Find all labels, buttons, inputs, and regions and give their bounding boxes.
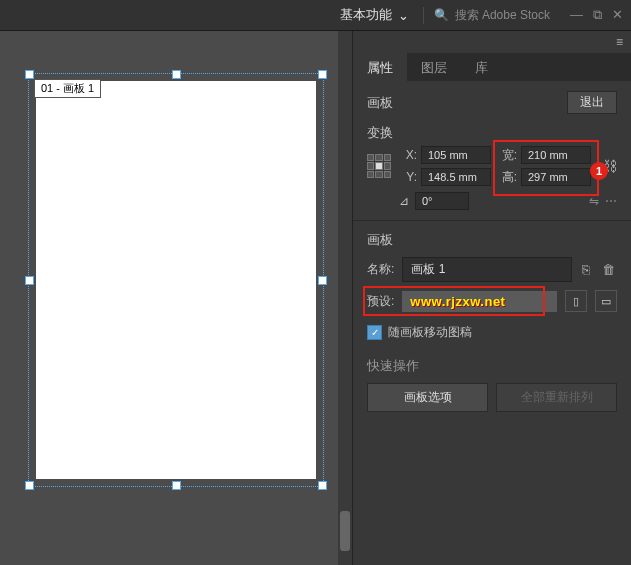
artboard-wrapper: 01 - 画板 1	[36, 81, 316, 479]
transform-block: X: 105 mm Y: 148.5 mm 1 宽:	[367, 146, 617, 210]
tab-layers[interactable]: 图层	[407, 53, 461, 81]
orientation-portrait-icon[interactable]: ▯	[565, 290, 587, 312]
search-stock[interactable]: 🔍 搜索 Adobe Stock	[423, 7, 550, 24]
section-artboard-title-2: 画板	[367, 231, 617, 249]
section-transform-title: 变换	[367, 124, 617, 142]
x-input[interactable]: 105 mm	[421, 146, 491, 164]
move-artwork-label: 随画板移动图稿	[388, 324, 472, 341]
artboard-header-row: 画板 退出	[367, 91, 617, 114]
separator	[353, 220, 631, 221]
artboard[interactable]: 01 - 画板 1	[36, 81, 316, 479]
link-wh-icon[interactable]: ⛓	[603, 158, 617, 174]
search-icon: 🔍	[434, 8, 449, 22]
artboard-name-input[interactable]: 画板 1	[402, 257, 572, 282]
y-label: Y:	[399, 170, 417, 184]
panel-menu-icon[interactable]: ≡	[353, 31, 631, 53]
resize-handle-l[interactable]	[25, 276, 34, 285]
resize-handle-tl[interactable]	[25, 70, 34, 79]
resize-handle-bl[interactable]	[25, 481, 34, 490]
reference-point-grid[interactable]	[367, 154, 391, 178]
orientation-landscape-icon[interactable]: ▭	[595, 290, 617, 312]
search-placeholder: 搜索 Adobe Stock	[455, 7, 550, 24]
workspace-label: 基本功能	[340, 6, 392, 24]
y-input[interactable]: 148.5 mm	[421, 168, 491, 186]
window-controls: — ⧉ ✕	[570, 7, 623, 23]
preset-label: 预设:	[367, 293, 394, 310]
section-artboard-title: 画板	[367, 94, 393, 112]
close-icon[interactable]: ✕	[612, 7, 623, 23]
move-artwork-checkbox[interactable]: ✓	[367, 325, 382, 340]
artboard-label[interactable]: 01 - 画板 1	[34, 79, 101, 98]
flip-h-icon[interactable]: ⇋	[589, 194, 599, 208]
scrollbar-thumb[interactable]	[340, 511, 350, 551]
tab-libraries[interactable]: 库	[461, 53, 502, 81]
h-label: 高:	[499, 169, 517, 186]
angle-icon: ⊿	[399, 194, 409, 208]
properties-panel: ≡ 属性 图层 库 画板 退出 变换	[352, 31, 631, 565]
name-row: 名称: 画板 1 ⎘ 🗑	[367, 257, 617, 282]
minimize-icon[interactable]: —	[570, 7, 583, 23]
delete-icon[interactable]: 🗑	[600, 260, 617, 279]
canvas-area[interactable]: 01 - 画板 1	[0, 31, 352, 565]
more-options-icon[interactable]: ⋯	[605, 194, 617, 208]
resize-handle-t[interactable]	[172, 70, 181, 79]
artboard-options-button[interactable]: 画板选项	[367, 383, 488, 412]
top-bar: 基本功能 ⌄ 🔍 搜索 Adobe Stock — ⧉ ✕	[0, 0, 631, 31]
resize-handle-tr[interactable]	[318, 70, 327, 79]
workspace-switcher[interactable]: 基本功能 ⌄	[336, 4, 413, 26]
quick-actions-row: 画板选项 全部重新排列	[367, 383, 617, 412]
chevron-down-icon: ⌄	[398, 8, 409, 23]
vertical-scrollbar[interactable]	[338, 31, 352, 565]
x-label: X:	[399, 148, 417, 162]
resize-handle-r[interactable]	[318, 276, 327, 285]
exit-button[interactable]: 退出	[567, 91, 617, 114]
angle-input[interactable]: 0°	[415, 192, 469, 210]
maximize-icon[interactable]: ⧉	[593, 7, 602, 23]
tab-properties[interactable]: 属性	[353, 53, 407, 81]
panel-tabs: 属性 图层 库	[353, 53, 631, 81]
transform-fields: X: 105 mm Y: 148.5 mm 1 宽:	[367, 146, 617, 186]
duplicate-icon[interactable]: ⎘	[580, 260, 592, 279]
panel-body: 画板 退出 变换 X: 105 mm	[353, 81, 631, 565]
resize-handle-br[interactable]	[318, 481, 327, 490]
move-artwork-row[interactable]: ✓ 随画板移动图稿	[367, 324, 617, 341]
resize-handle-b[interactable]	[172, 481, 181, 490]
quick-actions-title: 快速操作	[367, 357, 617, 375]
preset-dropdown[interactable]: www.rjzxw.net	[402, 291, 557, 312]
width-input[interactable]: 210 mm	[521, 146, 591, 164]
main: 01 - 画板 1 ≡ 属性 图层 库 画板	[0, 31, 631, 565]
name-label: 名称:	[367, 261, 394, 278]
preset-row: 预设: www.rjzxw.net ▯ ▭	[367, 290, 617, 312]
angle-row: ⊿ 0° ⇋ ⋯	[399, 192, 617, 210]
w-label: 宽:	[499, 147, 517, 164]
rearrange-all-button: 全部重新排列	[496, 383, 617, 412]
height-input[interactable]: 297 mm	[521, 168, 591, 186]
